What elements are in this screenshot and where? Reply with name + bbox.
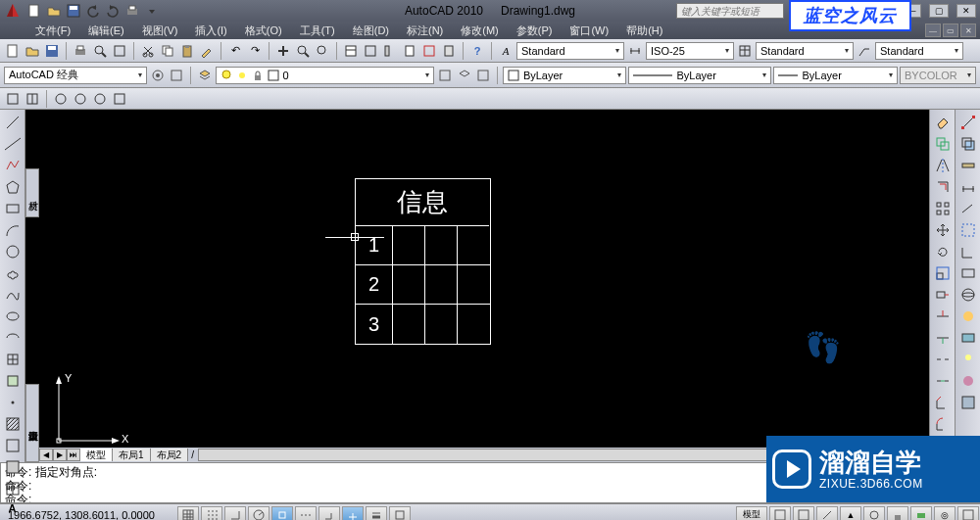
point-icon[interactable] <box>3 394 23 411</box>
annovisibility-button[interactable]: ▲ <box>840 506 861 521</box>
circle-icon[interactable] <box>3 243 23 260</box>
tab-layout2[interactable]: 布局2 <box>151 449 189 461</box>
qcalc-icon[interactable] <box>440 42 458 60</box>
redo-icon[interactable]: ↷ <box>246 42 264 60</box>
osnap-toggle[interactable] <box>271 506 293 521</box>
open-button[interactable] <box>45 3 63 19</box>
navigation-footprint-icon[interactable]: 👣 <box>805 330 841 364</box>
menu-format[interactable]: 格式(O) <box>239 24 288 38</box>
zoomprev-icon[interactable] <box>314 42 331 60</box>
plotstyle-dropdown[interactable]: BYCOLOR ▾ <box>900 67 976 84</box>
cut-icon[interactable] <box>139 42 157 60</box>
select-icon[interactable] <box>959 221 977 239</box>
layer-manager-icon[interactable] <box>196 67 214 84</box>
move-icon[interactable] <box>934 221 952 239</box>
tablestyle-dropdown[interactable]: Standard▾ <box>756 42 854 60</box>
rectangle-icon[interactable] <box>3 200 23 217</box>
menu-edit[interactable]: 编辑(E) <box>82 24 130 38</box>
snap-toggle[interactable] <box>177 506 199 521</box>
menu-window[interactable]: 窗口(W) <box>564 24 614 38</box>
menu-tools[interactable]: 工具(T) <box>294 24 341 38</box>
markup-icon[interactable] <box>420 42 438 60</box>
fillet-icon[interactable] <box>934 415 952 433</box>
ellipsearc-icon[interactable] <box>3 329 23 347</box>
layermatch-icon[interactable] <box>436 67 454 84</box>
qp-toggle[interactable] <box>389 506 411 521</box>
copy-icon[interactable] <box>159 42 176 60</box>
layer-dropdown[interactable]: 0 ▾ <box>216 67 435 84</box>
renderenv-icon[interactable] <box>959 394 977 411</box>
hatch-icon[interactable] <box>3 415 23 433</box>
copy-obj-icon[interactable] <box>934 135 952 153</box>
open-icon[interactable] <box>24 42 41 60</box>
otrack-toggle[interactable] <box>295 506 317 521</box>
menu-file[interactable]: 文件(F) <box>29 24 76 38</box>
doc-restore[interactable]: ▭ <box>943 24 958 37</box>
extend-icon[interactable] <box>934 329 952 347</box>
array-icon[interactable] <box>934 200 952 217</box>
menu-draw[interactable]: 绘图(D) <box>347 24 395 38</box>
new-button[interactable] <box>25 3 43 19</box>
layerstate-icon[interactable] <box>474 67 492 84</box>
linetype-dropdown[interactable]: ByLayer ▾ <box>628 67 771 84</box>
table-icon[interactable] <box>3 480 23 497</box>
mleaderstyle-dropdown[interactable]: Standard▾ <box>875 42 963 60</box>
dcenter-icon[interactable] <box>362 42 379 60</box>
maximize-button[interactable]: ▢ <box>929 4 949 18</box>
lineweight-dropdown[interactable]: ByLayer ▾ <box>773 67 898 84</box>
lwt-toggle[interactable] <box>366 506 387 521</box>
line-icon[interactable] <box>3 114 23 131</box>
dimstyle-icon[interactable] <box>626 42 644 60</box>
ucs-icon-btn[interactable] <box>959 243 977 260</box>
ducs-toggle[interactable] <box>318 506 340 521</box>
offset-icon[interactable] <box>934 178 952 196</box>
color-dropdown[interactable]: ByLayer ▾ <box>503 67 627 84</box>
dimali-icon[interactable] <box>959 200 977 217</box>
save-icon[interactable] <box>43 42 61 60</box>
3dorbit-icon[interactable] <box>959 286 977 304</box>
coordinates[interactable]: 1966.6752, 1308.6011, 0.0000 <box>0 509 176 521</box>
tab-model[interactable]: 模型 <box>80 449 113 461</box>
menu-view[interactable]: 视图(V) <box>136 24 184 38</box>
dyn-toggle[interactable] <box>342 506 364 521</box>
workspace-save-icon[interactable] <box>169 67 186 84</box>
menu-param[interactable]: 参数(P) <box>511 24 559 38</box>
zoom-icon[interactable] <box>294 42 312 60</box>
mirror-icon[interactable] <box>934 157 952 174</box>
close-button[interactable]: ✕ <box>956 4 976 18</box>
menu-insert[interactable]: 插入(I) <box>189 24 232 38</box>
tab-last[interactable]: ⏭ <box>67 449 80 461</box>
quickview-layouts[interactable] <box>769 506 791 521</box>
dimstyle-dropdown[interactable]: ISO-25▾ <box>646 42 734 60</box>
workspace-dropdown[interactable]: AutoCAD 经典▾ <box>4 67 147 84</box>
spline-icon[interactable] <box>3 286 23 304</box>
hardware-accel-button[interactable] <box>910 506 932 521</box>
toolpal-icon[interactable] <box>381 42 399 60</box>
pan-icon[interactable] <box>274 42 292 60</box>
app-logo[interactable] <box>4 2 22 20</box>
quickview-drawings[interactable] <box>793 506 814 521</box>
chamfer-icon[interactable] <box>934 394 952 411</box>
block-icon[interactable] <box>3 372 23 390</box>
render-icon[interactable] <box>959 307 977 325</box>
ellipse-icon[interactable] <box>3 307 23 325</box>
drawing-canvas[interactable]: 信息 1 2 3 <box>25 110 929 462</box>
menu-modify[interactable]: 修改(M) <box>455 24 505 38</box>
scale-icon[interactable] <box>934 264 952 282</box>
sheetset-icon[interactable] <box>401 42 418 60</box>
xline-icon[interactable] <box>3 135 23 153</box>
polar-toggle[interactable] <box>248 506 270 521</box>
redo-button[interactable] <box>104 3 122 19</box>
workspace-switch-button[interactable] <box>863 506 885 521</box>
light-icon[interactable] <box>959 351 977 368</box>
join-icon[interactable] <box>934 372 952 390</box>
trim-icon[interactable] <box>934 307 952 325</box>
help-icon[interactable]: ? <box>468 42 486 60</box>
region-icon[interactable] <box>3 458 23 476</box>
toolbar-lock-button[interactable] <box>887 506 908 521</box>
annoscale-button[interactable] <box>816 506 838 521</box>
paste-icon[interactable] <box>178 42 196 60</box>
undo-button[interactable] <box>84 3 102 19</box>
polygon-icon[interactable] <box>3 178 23 196</box>
vp-named-icon[interactable] <box>24 90 41 108</box>
